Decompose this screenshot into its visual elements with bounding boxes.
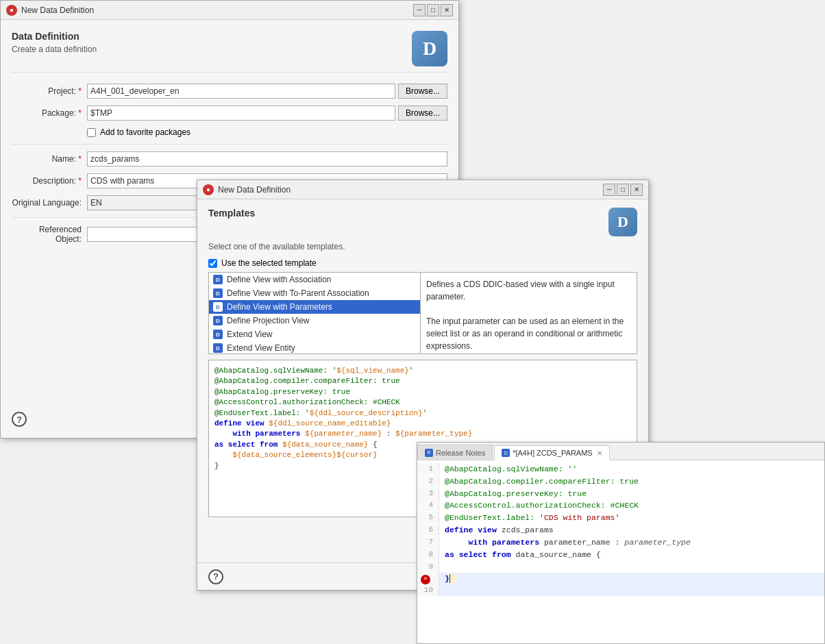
- template-description: Defines a CDS DDIC-based view with a sin…: [421, 272, 637, 354]
- use-template-label: Use the selected template: [221, 258, 317, 268]
- package-input[interactable]: [87, 106, 395, 121]
- window-icon-1: ●: [6, 5, 17, 16]
- help-btn-2[interactable]: ?: [208, 569, 223, 584]
- d-logo-1: D: [412, 31, 447, 66]
- project-label: Project:: [12, 86, 87, 96]
- templates-main: D Define View with Association D Define …: [197, 272, 648, 354]
- description-label: Description:: [12, 176, 87, 186]
- template-name-2: Define View with To-Parent Association: [227, 288, 369, 298]
- editor-panel: R Release Notes D *[A4H] ZCDS_PARAMS ✕ 1…: [417, 442, 825, 644]
- tab-release-notes[interactable]: R Release Notes: [417, 445, 493, 460]
- d-logo-2: D: [608, 208, 637, 236]
- package-browse-btn[interactable]: Browse...: [398, 106, 447, 121]
- maximize-btn-1[interactable]: □: [427, 4, 439, 16]
- code-line-4: 4 @AccessControl.authorizationCheck: #CH…: [417, 499, 824, 512]
- list-item[interactable]: D Define View with Parameters: [209, 300, 420, 314]
- template-icon-5: D: [213, 330, 223, 339]
- template-icon-6: D: [213, 343, 223, 353]
- code-line-9: 9: [417, 561, 824, 573]
- name-input[interactable]: [87, 151, 447, 166]
- page-subtitle-1: Create a data definition: [12, 45, 97, 54]
- tab-close-btn[interactable]: ✕: [597, 449, 602, 457]
- name-row: Name:: [12, 151, 447, 166]
- project-input[interactable]: [87, 84, 395, 99]
- project-browse-btn[interactable]: Browse...: [398, 84, 447, 99]
- project-row: Project: Browse...: [12, 84, 447, 99]
- template-name-3: Define View with Parameters: [227, 302, 332, 312]
- tab-label-zcds-params: *[A4H] ZCDS_PARAMS: [513, 449, 593, 457]
- template-name-6: Extend View Entity: [227, 343, 295, 353]
- title-bar-1[interactable]: ● New Data Definition ─ □ ✕: [1, 1, 458, 20]
- window-header-1: Data Definition Create a data definition…: [12, 31, 447, 73]
- minimize-btn-2[interactable]: ─: [603, 184, 615, 196]
- error-badge-10: ✕: [421, 575, 430, 584]
- template-list[interactable]: D Define View with Association D Define …: [208, 272, 421, 354]
- page-title-1: Data Definition: [12, 31, 97, 42]
- tab-label-release-notes: Release Notes: [436, 449, 485, 457]
- title-bar-2[interactable]: ● New Data Definition ─ □ ✕: [197, 180, 648, 199]
- code-line-2: 2 @AbapCatalog.compiler.compareFilter: t…: [417, 475, 824, 488]
- template-icon-4: D: [213, 316, 223, 325]
- maximize-btn-2[interactable]: □: [617, 184, 629, 196]
- code-line-8: 8 as select from data_source_name {: [417, 549, 824, 561]
- tab-zcds-params[interactable]: D *[A4H] ZCDS_PARAMS ✕: [494, 445, 610, 460]
- editor-tabs: R Release Notes D *[A4H] ZCDS_PARAMS ✕: [417, 443, 824, 460]
- package-row: Package: Browse...: [12, 106, 447, 121]
- editor-content[interactable]: 1 @AbapCatalog.sqlViewName: '' 2 @AbapCa…: [417, 460, 824, 643]
- zcds-params-icon: D: [502, 449, 510, 457]
- list-item[interactable]: D Define View with To-Parent Association: [209, 286, 420, 300]
- template-icon-3: D: [213, 302, 223, 312]
- name-label: Name:: [12, 154, 87, 164]
- templates-subtitle: Select one of the available templates.: [197, 236, 648, 254]
- template-name-4: Define Projection View: [227, 316, 310, 325]
- template-icon-1: D: [213, 275, 223, 284]
- lang-label: Original Language:: [12, 198, 87, 208]
- code-line-7: 7 with parameters parameter_name : param…: [417, 536, 824, 549]
- window-controls-1: ─ □ ✕: [413, 4, 453, 16]
- template-icon-2: D: [213, 288, 223, 298]
- list-item[interactable]: D Extend View: [209, 327, 420, 341]
- code-line-3: 3 @AbapCatalog.preserveKey: true: [417, 488, 824, 500]
- use-template-checkbox[interactable]: [208, 259, 217, 268]
- package-label: Package:: [12, 108, 87, 118]
- code-line-1: 1 @AbapCatalog.sqlViewName: '': [417, 463, 824, 475]
- list-item[interactable]: D Define View with Association: [209, 273, 420, 286]
- favorite-label: Add to favorite packages: [100, 127, 190, 137]
- close-btn-1[interactable]: ✕: [441, 4, 453, 16]
- separator-1: [12, 144, 447, 145]
- templates-title: Templates: [208, 208, 255, 219]
- window-icon-2: ●: [203, 184, 214, 195]
- window-title-2: New Data Definition: [218, 185, 603, 195]
- release-notes-icon: R: [425, 449, 433, 457]
- favorite-checkbox[interactable]: [87, 128, 96, 137]
- template-name-1: Define View with Association: [227, 275, 332, 284]
- ref-obj-label: Referenced Object:: [12, 225, 87, 244]
- list-item[interactable]: D Extend View Entity: [209, 341, 420, 354]
- window-title-1: New Data Definition: [21, 5, 413, 15]
- code-line-10: ✕10 }: [417, 573, 824, 596]
- list-item[interactable]: D Define Projection View: [209, 314, 420, 327]
- use-template-row: Use the selected template: [197, 254, 648, 272]
- favorite-row: Add to favorite packages: [87, 127, 447, 137]
- code-line-5: 5 @EndUserText.label: 'CDS with params': [417, 512, 824, 524]
- close-btn-2[interactable]: ✕: [630, 184, 643, 196]
- template-name-5: Extend View: [227, 330, 273, 339]
- window-controls-2: ─ □ ✕: [603, 184, 643, 196]
- code-line-6: 6 define view zcds_params: [417, 524, 824, 536]
- minimize-btn-1[interactable]: ─: [413, 4, 426, 16]
- help-btn-1[interactable]: ?: [12, 412, 27, 427]
